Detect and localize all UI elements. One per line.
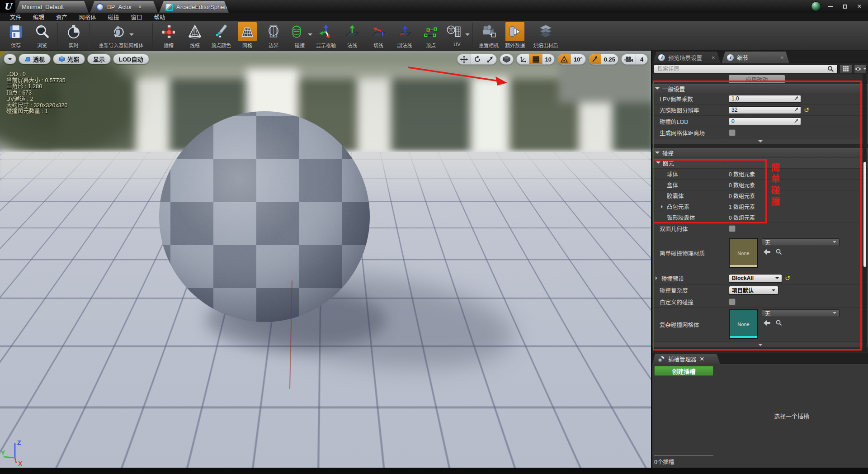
lpv-bias-input[interactable]: 1.0 bbox=[729, 95, 801, 103]
lightmap-resolution-input[interactable]: 32 bbox=[729, 106, 801, 114]
primitives-header[interactable]: 图元 bbox=[652, 157, 868, 169]
reset-camera-icon bbox=[481, 24, 496, 39]
tangents-button[interactable]: 切线 bbox=[365, 22, 392, 49]
chevron-down-icon[interactable] bbox=[308, 33, 312, 38]
lod-auto-button[interactable]: LOD自动 bbox=[113, 54, 149, 64]
close-button[interactable] bbox=[854, 2, 864, 10]
surface-snap-button[interactable] bbox=[500, 54, 513, 64]
panel-info-icon: i bbox=[658, 54, 665, 61]
close-tab-icon[interactable] bbox=[138, 4, 142, 10]
details-scrollbar-thumb[interactable] bbox=[863, 162, 866, 267]
binormals-button[interactable]: 副法线 bbox=[392, 22, 418, 49]
scale-tool-button[interactable] bbox=[484, 54, 496, 64]
angle-snap-toggle[interactable] bbox=[558, 54, 571, 64]
primitive-row-convex[interactable]: 凸包元素 1 数组元素 bbox=[652, 201, 868, 212]
simple-material-dropdown[interactable]: 无 bbox=[762, 238, 840, 246]
create-socket-button[interactable]: 创建插槽 bbox=[654, 366, 713, 376]
bake-materials-icon bbox=[538, 24, 553, 39]
viewport-options-button[interactable] bbox=[4, 54, 16, 64]
property-row-lightmap: 光照贴图分辨率 32 bbox=[652, 104, 868, 116]
collision-lod-input[interactable]: 0 bbox=[729, 118, 801, 125]
scale-snap-value[interactable]: 0.25 bbox=[601, 54, 618, 64]
distance-field-checkbox[interactable] bbox=[729, 129, 736, 136]
tab-details[interactable]: i 细节 bbox=[722, 52, 789, 63]
tab-socket-manager[interactable]: 插槽管理器 bbox=[652, 354, 720, 364]
snap-axis-button[interactable] bbox=[517, 54, 529, 64]
vertices-button[interactable]: 顶点 bbox=[418, 22, 444, 49]
collision-toggle-button[interactable]: 碰撞 bbox=[287, 22, 313, 49]
close-tab-icon[interactable] bbox=[700, 356, 704, 362]
3d-viewport[interactable]: 透视 光照 显示 LOD自动 bbox=[0, 51, 651, 468]
minimize-button[interactable] bbox=[826, 2, 835, 10]
wireframe-button[interactable]: 线框 bbox=[182, 22, 208, 49]
tab-preview-scene-settings[interactable]: i 预览场景设置 bbox=[653, 52, 721, 63]
normals-icon bbox=[344, 24, 360, 39]
extra-data-icon bbox=[507, 24, 523, 39]
section-expander[interactable] bbox=[652, 138, 868, 144]
use-selected-icon[interactable] bbox=[764, 320, 770, 326]
sockets-button[interactable]: 插槽 bbox=[156, 22, 182, 49]
material-thumbnail[interactable]: None bbox=[729, 238, 758, 268]
reset-to-default-icon[interactable] bbox=[804, 107, 809, 113]
section-collision[interactable]: 碰撞 bbox=[652, 148, 868, 157]
apply-changes-button[interactable]: 应用改动 bbox=[729, 75, 785, 83]
double-sided-checkbox[interactable] bbox=[729, 225, 736, 232]
property-matrix-button[interactable] bbox=[840, 64, 852, 73]
search-input[interactable] bbox=[654, 65, 838, 73]
rotate-tool-button[interactable] bbox=[471, 54, 484, 64]
collision-complexity-dropdown[interactable]: 项目默认 bbox=[729, 286, 778, 294]
camera-speed-button[interactable] bbox=[622, 54, 636, 64]
normals-button[interactable]: 法线 bbox=[339, 22, 365, 49]
tab-arcade-editor-sphere[interactable]: ArcadeEditorSphere bbox=[159, 1, 229, 13]
browse-asset-icon[interactable] bbox=[776, 320, 782, 326]
show-button[interactable]: 显示 bbox=[87, 54, 111, 64]
custom-collision-checkbox[interactable] bbox=[729, 299, 736, 305]
grid-snap-toggle[interactable] bbox=[529, 54, 542, 64]
perspective-button[interactable]: 透视 bbox=[19, 54, 51, 64]
collision-preset-dropdown[interactable]: BlockAll bbox=[729, 274, 782, 283]
camera-speed-value[interactable]: 4 bbox=[636, 54, 647, 64]
vertex-color-button[interactable]: 顶点颜色 bbox=[208, 22, 234, 49]
tab-bp-actor[interactable]: BP_Actor bbox=[90, 1, 158, 13]
display-filter-button[interactable] bbox=[854, 64, 867, 73]
use-selected-icon[interactable] bbox=[764, 249, 770, 255]
section-expander[interactable] bbox=[652, 342, 868, 348]
primitive-row-capsule: 胶囊体 0 数组元素 bbox=[652, 190, 868, 201]
reset-camera-button[interactable]: 重置相机 bbox=[476, 22, 502, 49]
cube-icon bbox=[503, 56, 510, 63]
reimport-base-mesh-button[interactable]: 重新导入基础网格体 bbox=[92, 22, 150, 49]
property-row-collision-lod: 碰撞的LOD 0 bbox=[652, 116, 868, 127]
array-count: 0 数组元素 bbox=[729, 192, 755, 199]
realtime-button[interactable]: 实时 bbox=[61, 22, 87, 49]
restore-button[interactable] bbox=[840, 2, 850, 10]
checkered-sphere-mesh[interactable] bbox=[158, 110, 371, 323]
show-pivot-button[interactable]: 显示枢轴 bbox=[313, 22, 339, 49]
browse-asset-icon[interactable] bbox=[776, 249, 782, 255]
surface-snap-group bbox=[500, 54, 514, 65]
close-tab-icon[interactable] bbox=[235, 4, 239, 10]
complex-mesh-dropdown[interactable]: 无 bbox=[762, 309, 840, 317]
chevron-down-icon[interactable] bbox=[129, 33, 134, 38]
bounds-button[interactable]: 边界 bbox=[260, 22, 287, 49]
chevron-down-icon[interactable] bbox=[465, 33, 470, 38]
property-row-custom-collision: 自定义的碰撞 bbox=[652, 296, 868, 308]
close-tab-icon[interactable] bbox=[712, 55, 715, 60]
reset-to-default-icon[interactable] bbox=[785, 275, 790, 281]
section-general-settings[interactable]: 一般设置 bbox=[652, 84, 868, 93]
move-tool-button[interactable] bbox=[458, 54, 471, 64]
extra-data-button[interactable]: 额外数据 bbox=[502, 22, 528, 49]
grid-snap-value[interactable]: 10 bbox=[542, 54, 554, 64]
apply-changes-row: 应用改动 bbox=[652, 74, 868, 84]
bake-materials-button[interactable]: 烘焙出材质 bbox=[528, 22, 563, 49]
angle-snap-value[interactable]: 10° bbox=[571, 54, 585, 64]
grid-toggle-button[interactable]: 网格 bbox=[234, 22, 260, 49]
scale-snap-toggle[interactable] bbox=[589, 54, 601, 64]
lit-mode-button[interactable]: 光照 bbox=[53, 54, 85, 64]
save-button[interactable]: 保存 bbox=[3, 22, 29, 49]
expand-arrow-icon bbox=[655, 152, 660, 156]
tab-minimal-default[interactable]: Minimal_Default bbox=[15, 1, 89, 13]
mesh-thumbnail[interactable]: None bbox=[729, 309, 758, 339]
uv-button[interactable]: UV bbox=[444, 22, 470, 47]
close-tab-icon[interactable] bbox=[780, 55, 784, 60]
browse-button[interactable]: 浏览 bbox=[29, 22, 55, 49]
